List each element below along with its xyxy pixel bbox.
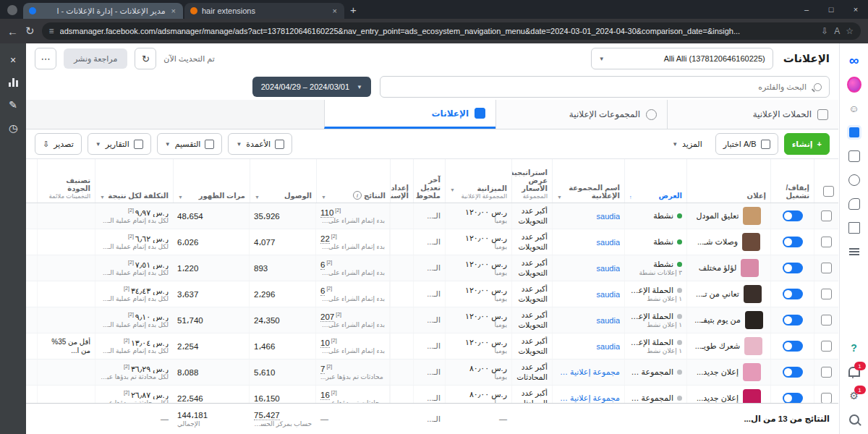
results-cell: 16[2] محادثات تم بدؤها عبر... [316,386,390,403]
reports-button[interactable]: التقارير ▼ [88,133,151,155]
ad-name-link[interactable]: من يوم بتيفـ... [694,315,741,325]
close-panel-icon[interactable]: × [10,55,16,65]
help-icon[interactable]: ? [847,341,861,355]
more-options-button[interactable]: ⋯ [35,48,56,69]
menu-lines-icon[interactable] [847,244,861,259]
ad-name-link[interactable]: وصلات شـ... [697,237,738,247]
ad-toggle[interactable] [783,237,803,247]
translate-icon[interactable]: A [834,26,840,36]
filter-row: 2024/04/29 – 2024/03/01 ▼ [26,74,838,100]
date-range-picker[interactable]: 2024/04/29 – 2024/03/01 ▼ [252,77,371,97]
search-input[interactable] [388,82,808,92]
header-results[interactable]: النتائجi▼ [316,159,390,203]
audiences-people-icon[interactable] [847,173,861,187]
adset-name-link[interactable]: saudia [557,316,620,325]
header-delivery[interactable]: العرض↑ [624,159,686,203]
adset-name-link[interactable]: saudia [557,342,620,351]
search-icon[interactable] [847,412,861,427]
profile-avatar[interactable] [847,77,861,92]
ad-name-link[interactable]: إعلان جديد... [697,393,739,403]
last-edit-cell: الـ... [413,203,445,229]
ad-toggle[interactable] [783,367,803,378]
adset-name-link[interactable]: saudia [557,290,620,299]
row-checkbox[interactable] [821,210,832,221]
row-checkbox[interactable] [821,315,832,326]
close-tab-icon[interactable]: × [170,7,177,15]
site-settings-icon[interactable]: ≡ [49,26,54,36]
install-app-icon[interactable]: ⇩ [821,26,828,36]
adset-name-link[interactable]: saudia [557,264,620,273]
cost-per-result-cell: ر.س ٦٫٦٢[2] لكل بدء إتمام عملية الـ... [95,229,173,255]
header-cost-per-result[interactable]: التكلفة لكل نتيجة▼ [95,159,173,203]
smiley-feedback-icon[interactable]: ☺ [847,101,861,116]
insights-chart-icon[interactable] [9,78,18,87]
adset-name-link[interactable]: saudia [557,212,620,221]
header-adset-name[interactable]: اسم المجموعة الإعلانية▼ [552,159,624,203]
ad-name-link[interactable]: لؤلؤ مختلف [699,263,736,273]
back-icon[interactable]: ← [7,25,18,38]
settings-gear-icon[interactable]: ⚙ 1 [847,388,861,403]
ad-name-link[interactable]: تعليق المودل [697,211,739,221]
ads-manager-grid-icon[interactable] [847,125,861,140]
ad-toggle[interactable] [783,315,803,326]
ad-toggle[interactable] [783,289,803,299]
header-impressions[interactable]: مرات الظهور▼ [173,159,250,203]
adset-name-link[interactable]: saudia [557,238,620,247]
adset-name-link[interactable]: مجموعة إعلانية جديدة بـ... [557,367,620,377]
minimize-button[interactable]: – [794,0,819,19]
ad-name-link[interactable]: شعرك طويـ... [695,341,741,351]
edit-pencil-icon[interactable]: ✎ [9,100,17,110]
maximize-button[interactable]: □ [819,0,843,19]
search-filter-bar[interactable] [380,76,830,98]
tab-search-icon[interactable] [7,5,17,15]
breakdown-button[interactable]: التقسيم ▼ [157,133,223,155]
refresh-button[interactable]: ↻ [135,48,156,69]
row-checkbox[interactable] [821,367,832,378]
header-ad[interactable]: إعلان [686,159,770,203]
columns-button[interactable]: الأعمدة ▼ [228,133,292,155]
account-selector[interactable]: Alli Alli (1378120646160225) ▼ [591,48,773,69]
row-checkbox[interactable] [821,341,832,352]
row-checkbox[interactable] [821,237,832,247]
browser-tab-ads-manager[interactable]: مدير الإعلانات - إدارة الإعلانات - ا × [23,3,183,19]
ab-test-button[interactable]: اختبار A/B [715,133,778,155]
create-button[interactable]: + إنشاء [784,133,830,155]
ad-toggle[interactable] [783,393,803,403]
header-attribution[interactable]: إعداد الإسناد [390,159,413,203]
adset-name-link[interactable]: مجموعة إعلانية جديدة بـ... [557,393,620,403]
ads-reporting-icon[interactable] [847,197,861,211]
browser-tab-hair-extensions[interactable]: hair extensions × [184,3,344,19]
header-reach[interactable]: الوصول▼ [250,159,316,203]
bookmark-star-icon[interactable]: ☆ [846,26,854,36]
tab-adsets[interactable]: المجموعات الإعلانية [495,100,667,129]
info-icon[interactable]: i [353,191,362,200]
new-tab-button[interactable]: + [350,4,357,16]
close-tab-icon[interactable]: × [331,7,339,15]
address-bar[interactable]: ≡ adsmanager.facebook.com/adsmanager/man… [42,22,861,40]
row-checkbox[interactable] [821,393,832,403]
ad-name-link[interactable]: إعلان جديد... [697,367,739,377]
tab-campaigns[interactable]: الحملات الإعلانية [667,100,838,129]
more-button[interactable]: المزيد ▼ [665,134,710,154]
review-publish-button[interactable]: مراجعة ونشر [64,48,127,69]
row-checkbox[interactable] [821,263,832,273]
ad-toggle[interactable] [783,210,803,221]
export-button[interactable]: تصدير ⇩ [35,133,82,155]
header-quality-ranking[interactable]: تصنيف الجودةالتخمينات ملائمة [37,159,95,203]
header-last-edit[interactable]: آخر تعديل ملحوظ [413,159,445,203]
ad-toggle[interactable] [783,263,803,273]
close-window-button[interactable]: × [843,0,868,19]
notifications-bell-icon[interactable]: 1 [847,365,861,379]
header-bid-strategy[interactable]: استراتيجية عرض الأسعارالمجموعة [511,159,552,203]
ad-name-link[interactable]: تعاني من تـ... [696,289,739,299]
billing-icon[interactable] [847,221,861,235]
campaigns-clipboard-icon[interactable] [847,149,861,163]
ad-toggle[interactable] [783,341,803,352]
reload-icon[interactable]: ↻ [25,25,35,38]
tab-ads[interactable]: الإعلانات [324,100,495,129]
select-all-checkbox[interactable] [823,186,834,197]
header-toggle[interactable]: إيقاف/ تشغيل [770,159,814,203]
row-checkbox[interactable] [821,289,832,299]
history-clock-icon[interactable]: ◷ [9,123,17,133]
header-budget[interactable]: الميزانية▼المجموعة الإعلانية [445,159,511,203]
